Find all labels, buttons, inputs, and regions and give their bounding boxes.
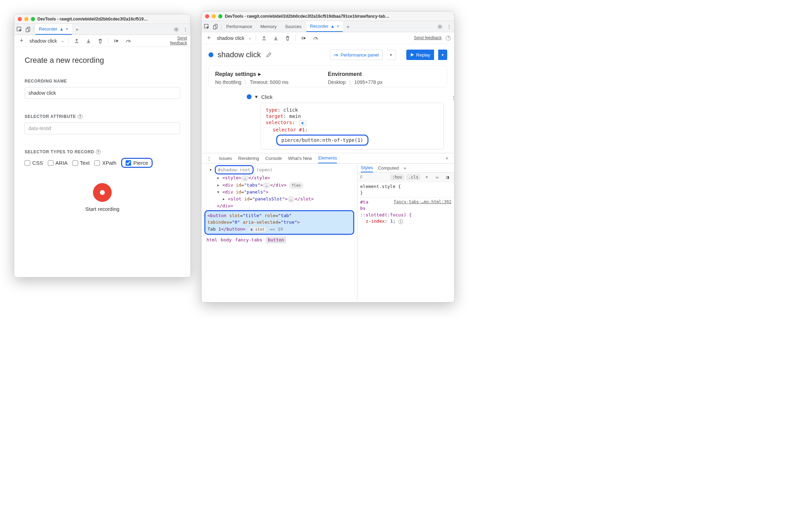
step-title: Click <box>261 94 273 100</box>
performance-panel-menu[interactable]: ▾ <box>387 50 396 60</box>
send-feedback-link[interactable]: Send feedback <box>170 36 187 45</box>
selector-value-highlighted[interactable]: pierce/button:nth-of-type(1) <box>276 135 368 146</box>
styles-tab[interactable]: Styles <box>361 164 373 172</box>
tab-recorder[interactable]: Recorder ▲ × <box>306 21 343 32</box>
device-toolbar-icon[interactable] <box>25 26 32 33</box>
toggle-sidebar-icon[interactable]: ◨ <box>444 173 451 181</box>
step-details: ⋮ type: click target: main selectors: ◧ … <box>261 103 444 149</box>
tab-sources[interactable]: Sources <box>281 21 305 32</box>
export-icon[interactable] <box>260 34 268 42</box>
minimize-icon[interactable] <box>24 17 28 21</box>
recording-name-label: RECORDING NAME <box>25 79 180 84</box>
recording-name[interactable]: shadow click <box>29 38 57 44</box>
computed-tab[interactable]: Computed <box>378 165 399 171</box>
send-feedback-link[interactable]: Send feedback <box>414 36 442 40</box>
drawer-menu-icon[interactable]: ⋮ <box>205 154 213 162</box>
kebab-menu-icon[interactable]: ⋮ <box>445 23 453 31</box>
recording-name-input[interactable] <box>25 87 180 99</box>
drawer-tab-whatsnew[interactable]: What's New <box>288 156 312 161</box>
close-icon[interactable] <box>18 17 22 21</box>
inspect-element-icon[interactable] <box>203 23 211 31</box>
delete-icon[interactable] <box>284 34 291 42</box>
replay-button[interactable]: Replay <box>406 50 434 60</box>
computed-sidebar-icon[interactable]: ▭ <box>433 173 441 181</box>
drawer-tab-console[interactable]: Console <box>265 156 282 161</box>
selector-attribute-label: SELECTOR ATTRIBUTE <box>25 114 76 119</box>
checkbox-css[interactable]: CSS <box>25 160 43 166</box>
device-toolbar-icon[interactable] <box>212 23 220 31</box>
close-drawer-icon[interactable]: × <box>443 154 451 162</box>
dom-breadcrumbs[interactable]: html body fancy-tabs button <box>203 235 356 244</box>
start-recording-button[interactable] <box>93 183 112 202</box>
tab-recorder[interactable]: Recorder ▲ × <box>35 24 72 35</box>
help-icon[interactable]: ? <box>446 36 451 41</box>
chevron-down-icon[interactable]: ⌄ <box>248 36 252 40</box>
kebab-menu-icon[interactable]: ⋮ <box>181 26 189 33</box>
devtools-window-right: DevTools - rawgit.com/ebidel/2d2bb0cdec3… <box>201 11 455 302</box>
info-icon[interactable]: i <box>398 219 403 224</box>
step-row[interactable]: ▾ Click <box>247 94 444 100</box>
dom-tree[interactable]: ▾ #shadow-root (open) ▸ <style>…</style>… <box>202 164 357 302</box>
source-link[interactable]: fancy-tabs-…mo.html:302 <box>394 199 451 205</box>
throttling-value: No throttling <box>215 79 241 85</box>
tab-memory[interactable]: Memory <box>257 21 280 32</box>
checkbox-text[interactable]: Text <box>73 160 90 166</box>
window-title: DevTools - rawgit.com/ebidel/2d2bb0cdec3… <box>225 14 451 19</box>
device-value: Desktop <box>328 79 346 85</box>
more-tabs-icon[interactable]: » <box>404 165 406 171</box>
edit-icon[interactable] <box>265 51 273 59</box>
drawer-tab-elements[interactable]: Elements <box>318 153 337 163</box>
close-tab-icon[interactable]: × <box>337 24 339 29</box>
recording-name[interactable]: shadow click <box>217 35 244 41</box>
checkbox-aria[interactable]: ARIA <box>48 160 68 166</box>
devtools-tabbar: Recorder ▲ × » ⋮ <box>14 24 190 35</box>
selector-attribute-input[interactable] <box>25 122 180 134</box>
replay-settings-header[interactable]: Replay settings ▸ <box>215 71 328 77</box>
help-icon[interactable]: ? <box>96 149 101 154</box>
maximize-icon[interactable] <box>218 14 222 18</box>
checkbox-pierce[interactable]: Pierce <box>126 160 148 166</box>
filter-input[interactable]: F <box>360 174 388 180</box>
close-icon[interactable] <box>205 14 209 18</box>
inspect-element-icon[interactable] <box>16 26 23 33</box>
checkbox-xpath[interactable]: XPath <box>94 160 116 166</box>
step-over-icon[interactable] <box>300 34 308 42</box>
help-icon[interactable]: ? <box>78 114 83 119</box>
devtools-tabbar: Performance Memory Sources Recorder ▲ × … <box>202 21 454 32</box>
collapse-icon[interactable]: ▾ <box>255 94 258 100</box>
cls-toggle[interactable]: .cls <box>407 174 420 180</box>
step-over-icon[interactable] <box>113 37 120 45</box>
new-recording-icon[interactable]: + <box>205 34 213 42</box>
selected-dom-node-highlighted[interactable]: ⋯ <button slot="title" role="tab" tabind… <box>204 210 354 235</box>
speed-icon[interactable] <box>312 34 320 42</box>
new-style-rule-icon[interactable]: + <box>423 173 431 181</box>
svg-point-3 <box>176 29 177 30</box>
replay-menu[interactable]: ▾ <box>438 50 447 60</box>
performance-panel-button[interactable]: Performance panel <box>330 50 383 60</box>
settings-gear-icon[interactable] <box>172 26 180 33</box>
export-icon[interactable] <box>73 37 80 45</box>
import-icon[interactable] <box>272 34 280 42</box>
pick-element-icon[interactable]: ◧ <box>299 120 306 126</box>
new-recording-icon[interactable]: + <box>18 37 25 45</box>
chevron-down-icon[interactable]: ⌄ <box>61 38 64 43</box>
settings-gear-icon[interactable] <box>436 23 444 31</box>
step-status-dot <box>247 94 252 99</box>
checkbox-pierce-highlighted: Pierce <box>121 158 153 168</box>
close-tab-icon[interactable]: × <box>66 26 68 32</box>
minimize-icon[interactable] <box>212 14 216 18</box>
tab-performance[interactable]: Performance <box>223 21 255 32</box>
more-tabs-icon[interactable]: » <box>73 26 81 33</box>
hov-toggle[interactable]: :hov <box>390 174 404 180</box>
maximize-icon[interactable] <box>31 17 35 21</box>
flask-icon: ▲ <box>331 24 335 29</box>
recording-header: shadow click Performance panel ▾ Replay … <box>202 44 454 66</box>
timeout-value: Timeout: 5000 ms <box>250 79 289 85</box>
drawer-tab-issues[interactable]: Issues <box>219 156 232 161</box>
import-icon[interactable] <box>85 37 92 45</box>
step-menu-icon[interactable]: ⋮ <box>450 94 455 102</box>
delete-icon[interactable] <box>96 37 104 45</box>
drawer-tab-rendering[interactable]: Rendering <box>238 156 259 161</box>
speed-icon[interactable] <box>125 37 132 45</box>
more-tabs-icon[interactable]: » <box>344 23 352 31</box>
